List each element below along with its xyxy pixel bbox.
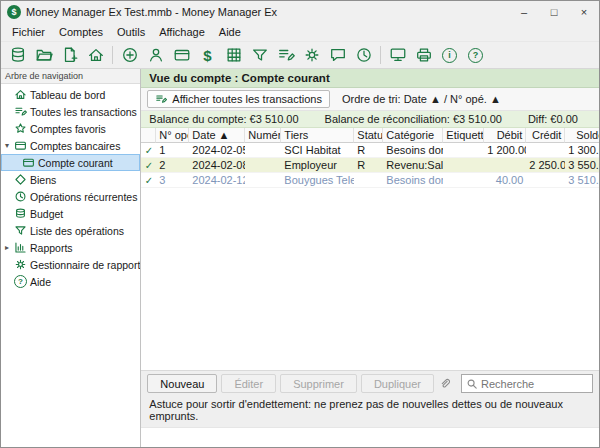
cell-num: 3 (156, 173, 189, 188)
cell-categorie: Besoins domesti... (383, 173, 443, 188)
expand-arrow[interactable]: ▸ (3, 243, 11, 252)
new-account-button[interactable] (117, 43, 142, 67)
search-input[interactable] (481, 378, 588, 390)
help-button[interactable]: ? (463, 43, 488, 67)
cell-credit (526, 143, 565, 158)
controls-row: Afficher toutes les transactions Ordre d… (141, 88, 599, 111)
col-header-numero[interactable]: Numéro (245, 128, 281, 143)
cell-num: 2 (156, 158, 189, 173)
currency-button[interactable]: $ (195, 43, 220, 67)
reconciled-balance: Balance de réconciliation: €3 510.00 (325, 113, 502, 125)
cell-etiquettes (443, 143, 484, 158)
fullscreen-button[interactable] (385, 43, 410, 67)
payees-button[interactable] (143, 43, 168, 67)
speech-bubble-icon (329, 46, 347, 64)
question-icon: ? (14, 275, 27, 288)
balance-diff: Diff: €0.00 (528, 113, 578, 125)
sidebar-item-transaction-list[interactable]: Liste des opérations (1, 222, 140, 239)
transaction-row-3[interactable]: ✓ 3 2024-02-12 Bouygues Telecom Besoins … (141, 173, 599, 188)
show-all-label: Afficher toutes les transactions (172, 93, 322, 105)
sort-order-label: Ordre de tri: Date ▲ / N° opé. ▲ (342, 93, 501, 105)
plus-circle-icon (121, 46, 139, 64)
menubar: Fichier Comptes Outils Affichage Aide (1, 23, 599, 41)
app-icon: $ (7, 5, 21, 19)
col-header-solde[interactable]: Solde (565, 128, 599, 143)
sidebar-item-budget[interactable]: Budget (1, 205, 140, 222)
transaction-row-1[interactable]: ✓ 1 2024-02-05 SCI Habitat R Besoins dom… (141, 143, 599, 158)
account-card-icon (22, 156, 35, 169)
sidebar-item-report-manager[interactable]: Gestionnaire de rapport (1, 256, 140, 273)
attachment-button[interactable] (438, 374, 453, 393)
print-button[interactable] (411, 43, 436, 67)
clock-icon (355, 46, 373, 64)
sidebar-item-recurring-transactions[interactable]: Opérations récurrentes (1, 188, 140, 205)
expand-arrow[interactable]: ▾ (3, 141, 11, 150)
categories-button[interactable] (221, 43, 246, 67)
sidebar-item-assets[interactable]: Biens (1, 171, 140, 188)
sidebar-item-bank-accounts[interactable]: ▾ Comptes bancaires (1, 137, 140, 154)
cell-debit: 40.00 (484, 173, 526, 188)
col-header-check[interactable] (141, 128, 156, 143)
col-header-debit[interactable]: Débit (484, 128, 526, 143)
col-header-date[interactable]: Date ▲ (189, 128, 245, 143)
question-icon: ? (468, 48, 483, 63)
menu-affichage[interactable]: Affichage (152, 25, 212, 39)
transactions-button[interactable] (273, 43, 298, 67)
col-header-num[interactable]: N° opé. (156, 128, 189, 143)
show-all-transactions-button[interactable]: Afficher toutes les transactions (147, 90, 330, 108)
cell-solde: 3 550.00 (565, 158, 599, 173)
menu-outils[interactable]: Outils (110, 25, 152, 39)
app-window: $ Money Manager Ex Test.mmb - Money Mana… (0, 0, 600, 448)
duplicate-button[interactable]: Dupliquer (361, 374, 434, 393)
funnel-icon (14, 224, 27, 237)
accounts-button[interactable] (169, 43, 194, 67)
open-database-button[interactable] (31, 43, 56, 67)
transaction-row-2[interactable]: ✓ 2 2024-02-08 Employeur R Revenu:Salair… (141, 158, 599, 173)
col-header-statut[interactable]: Statut (354, 128, 383, 143)
sidebar-item-all-transactions[interactable]: Toutes les transactions (1, 103, 140, 120)
minimize-button[interactable]: – (509, 1, 539, 23)
menu-aide[interactable]: Aide (212, 25, 248, 39)
search-icon (466, 378, 478, 390)
monitor-icon (389, 46, 407, 64)
cell-debit (484, 158, 526, 173)
col-header-etiquettes[interactable]: Etiquettes (443, 128, 484, 143)
window-title: Money Manager Ex Test.mmb - Money Manage… (26, 6, 509, 18)
star-icon (14, 122, 27, 135)
new-database-button[interactable] (5, 43, 30, 67)
new-file-icon (61, 46, 79, 64)
sidebar-item-label: Budget (30, 208, 63, 220)
settings-button[interactable] (299, 43, 324, 67)
sidebar-item-checking-account[interactable]: Compte courant (1, 154, 140, 171)
col-header-credit[interactable]: Crédit (526, 128, 565, 143)
maximize-button[interactable]: □ (539, 1, 569, 23)
delete-button[interactable]: Supprimer (280, 374, 357, 393)
home-button[interactable] (83, 43, 108, 67)
sidebar-item-reports[interactable]: ▸ Rapports (1, 239, 140, 256)
new-button[interactable]: Nouveau (147, 374, 217, 393)
about-button[interactable]: i (437, 43, 462, 67)
cell-statut: R (354, 158, 383, 173)
edit-button[interactable]: Éditer (221, 374, 276, 393)
gear-icon (14, 258, 27, 271)
filter-button[interactable] (247, 43, 272, 67)
sidebar-item-favorite-accounts[interactable]: Comptes favoris (1, 120, 140, 137)
news-button[interactable] (325, 43, 350, 67)
close-button[interactable]: × (569, 1, 599, 23)
transactions-icon (14, 105, 27, 118)
sidebar-item-dashboard[interactable]: Tableau de bord (1, 86, 140, 103)
col-header-tiers[interactable]: Tiers (281, 128, 354, 143)
account-view-title: Vue du compte : Compte courant (141, 69, 599, 88)
new-file-button[interactable] (57, 43, 82, 67)
toolbar-separator (112, 46, 113, 64)
sidebar-item-label: Comptes favoris (30, 123, 106, 135)
cell-tiers: Bouygues Telecom (281, 173, 354, 188)
cell-etiquettes (443, 158, 484, 173)
menu-comptes[interactable]: Comptes (52, 25, 110, 39)
sidebar-item-help[interactable]: ? Aide (1, 273, 140, 290)
scheduled-button[interactable] (351, 43, 376, 67)
check-icon: ✓ (141, 143, 156, 158)
cell-etiquettes (443, 173, 484, 188)
col-header-categorie[interactable]: Catégorie (383, 128, 443, 143)
menu-fichier[interactable]: Fichier (5, 25, 52, 39)
